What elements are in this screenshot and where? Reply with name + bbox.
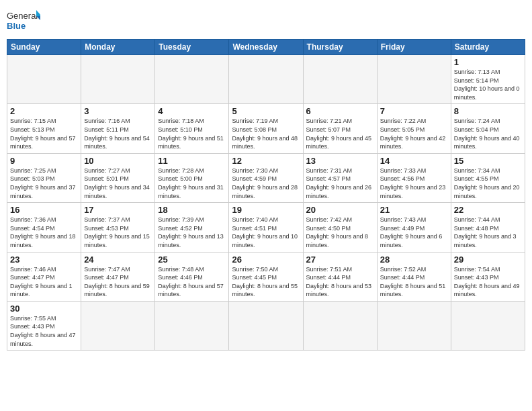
calendar-week-0: 1Sunrise: 7:13 AM Sunset: 5:14 PM Daylig… <box>7 55 525 104</box>
day-number: 26 <box>232 255 300 265</box>
calendar-cell: 10Sunrise: 7:27 AM Sunset: 5:01 PM Dayli… <box>81 153 155 202</box>
calendar-cell: 18Sunrise: 7:39 AM Sunset: 4:52 PM Dayli… <box>155 203 229 252</box>
day-number: 25 <box>158 255 226 265</box>
day-number: 9 <box>10 156 78 166</box>
calendar-cell: 24Sunrise: 7:47 AM Sunset: 4:47 PM Dayli… <box>81 252 155 301</box>
calendar-header-thursday: Thursday <box>303 40 377 55</box>
calendar-cell: 21Sunrise: 7:43 AM Sunset: 4:49 PM Dayli… <box>377 203 451 252</box>
day-info: Sunrise: 7:42 AM Sunset: 4:50 PM Dayligh… <box>306 216 374 249</box>
day-info: Sunrise: 7:52 AM Sunset: 4:44 PM Dayligh… <box>380 265 448 299</box>
day-number: 27 <box>306 255 374 265</box>
calendar-week-3: 16Sunrise: 7:36 AM Sunset: 4:54 PM Dayli… <box>7 203 525 252</box>
svg-marker-2 <box>36 10 40 16</box>
calendar-cell: 17Sunrise: 7:37 AM Sunset: 4:53 PM Dayli… <box>81 203 155 252</box>
page: General Blue SundayMondayTuesdayWednesda… <box>0 0 532 411</box>
svg-text:General: General <box>7 11 38 21</box>
calendar-week-1: 2Sunrise: 7:15 AM Sunset: 5:13 PM Daylig… <box>7 104 525 153</box>
calendar-week-5: 30Sunrise: 7:55 AM Sunset: 4:43 PM Dayli… <box>7 301 525 350</box>
day-number: 23 <box>10 255 78 265</box>
calendar-cell <box>303 55 377 104</box>
calendar-cell: 14Sunrise: 7:33 AM Sunset: 4:56 PM Dayli… <box>377 153 451 202</box>
calendar-cell: 25Sunrise: 7:48 AM Sunset: 4:46 PM Dayli… <box>155 252 229 301</box>
day-info: Sunrise: 7:24 AM Sunset: 5:04 PM Dayligh… <box>454 117 522 150</box>
calendar-cell: 4Sunrise: 7:18 AM Sunset: 5:10 PM Daylig… <box>155 104 229 153</box>
logo: General Blue <box>7 7 40 35</box>
calendar-cell <box>303 301 377 350</box>
day-info: Sunrise: 7:47 AM Sunset: 4:47 PM Dayligh… <box>84 265 152 299</box>
day-info: Sunrise: 7:48 AM Sunset: 4:46 PM Dayligh… <box>158 265 226 299</box>
day-number: 8 <box>454 106 522 116</box>
svg-text:Blue: Blue <box>7 21 26 31</box>
day-number: 5 <box>232 106 300 116</box>
day-info: Sunrise: 7:51 AM Sunset: 4:44 PM Dayligh… <box>306 265 374 299</box>
calendar-cell: 9Sunrise: 7:25 AM Sunset: 5:03 PM Daylig… <box>7 153 81 202</box>
day-info: Sunrise: 7:28 AM Sunset: 5:00 PM Dayligh… <box>158 167 226 200</box>
calendar-cell: 1Sunrise: 7:13 AM Sunset: 5:14 PM Daylig… <box>451 55 525 104</box>
calendar-cell <box>377 301 451 350</box>
calendar-header-saturday: Saturday <box>451 40 525 55</box>
day-info: Sunrise: 7:25 AM Sunset: 5:03 PM Dayligh… <box>10 167 78 200</box>
calendar: SundayMondayTuesdayWednesdayThursdayFrid… <box>7 39 525 351</box>
day-info: Sunrise: 7:22 AM Sunset: 5:05 PM Dayligh… <box>380 117 448 150</box>
day-info: Sunrise: 7:54 AM Sunset: 4:43 PM Dayligh… <box>454 265 522 299</box>
day-info: Sunrise: 7:34 AM Sunset: 4:55 PM Dayligh… <box>454 167 522 200</box>
calendar-cell: 22Sunrise: 7:44 AM Sunset: 4:48 PM Dayli… <box>451 203 525 252</box>
calendar-cell: 23Sunrise: 7:46 AM Sunset: 4:47 PM Dayli… <box>7 252 81 301</box>
calendar-cell: 6Sunrise: 7:21 AM Sunset: 5:07 PM Daylig… <box>303 104 377 153</box>
calendar-cell: 19Sunrise: 7:40 AM Sunset: 4:51 PM Dayli… <box>229 203 303 252</box>
calendar-header-tuesday: Tuesday <box>155 40 229 55</box>
day-info: Sunrise: 7:39 AM Sunset: 4:52 PM Dayligh… <box>158 216 226 249</box>
day-info: Sunrise: 7:27 AM Sunset: 5:01 PM Dayligh… <box>84 167 152 200</box>
logo-icon: General Blue <box>7 7 40 35</box>
day-info: Sunrise: 7:36 AM Sunset: 4:54 PM Dayligh… <box>10 216 78 249</box>
day-info: Sunrise: 7:18 AM Sunset: 5:10 PM Dayligh… <box>158 117 226 150</box>
calendar-cell: 8Sunrise: 7:24 AM Sunset: 5:04 PM Daylig… <box>451 104 525 153</box>
header: General Blue <box>7 7 525 35</box>
calendar-cell: 12Sunrise: 7:30 AM Sunset: 4:59 PM Dayli… <box>229 153 303 202</box>
calendar-week-2: 9Sunrise: 7:25 AM Sunset: 5:03 PM Daylig… <box>7 153 525 202</box>
day-info: Sunrise: 7:13 AM Sunset: 5:14 PM Dayligh… <box>454 68 522 101</box>
day-number: 15 <box>454 156 522 166</box>
calendar-cell <box>81 55 155 104</box>
calendar-cell: 13Sunrise: 7:31 AM Sunset: 4:57 PM Dayli… <box>303 153 377 202</box>
day-number: 17 <box>84 205 152 215</box>
day-number: 14 <box>380 156 448 166</box>
calendar-cell: 2Sunrise: 7:15 AM Sunset: 5:13 PM Daylig… <box>7 104 81 153</box>
day-info: Sunrise: 7:40 AM Sunset: 4:51 PM Dayligh… <box>232 216 300 249</box>
calendar-cell: 3Sunrise: 7:16 AM Sunset: 5:11 PM Daylig… <box>81 104 155 153</box>
day-info: Sunrise: 7:55 AM Sunset: 4:43 PM Dayligh… <box>10 314 78 348</box>
calendar-cell <box>81 301 155 350</box>
calendar-cell <box>155 301 229 350</box>
day-number: 6 <box>306 106 374 116</box>
day-number: 10 <box>84 156 152 166</box>
calendar-cell: 29Sunrise: 7:54 AM Sunset: 4:43 PM Dayli… <box>451 252 525 301</box>
day-info: Sunrise: 7:43 AM Sunset: 4:49 PM Dayligh… <box>380 216 448 249</box>
day-info: Sunrise: 7:21 AM Sunset: 5:07 PM Dayligh… <box>306 117 374 150</box>
day-number: 1 <box>454 57 522 67</box>
day-number: 20 <box>306 205 374 215</box>
calendar-cell: 11Sunrise: 7:28 AM Sunset: 5:00 PM Dayli… <box>155 153 229 202</box>
calendar-cell: 16Sunrise: 7:36 AM Sunset: 4:54 PM Dayli… <box>7 203 81 252</box>
day-info: Sunrise: 7:19 AM Sunset: 5:08 PM Dayligh… <box>232 117 300 150</box>
day-number: 29 <box>454 255 522 265</box>
day-number: 21 <box>380 205 448 215</box>
calendar-cell <box>229 301 303 350</box>
calendar-cell <box>229 55 303 104</box>
day-number: 2 <box>10 106 78 116</box>
day-info: Sunrise: 7:37 AM Sunset: 4:53 PM Dayligh… <box>84 216 152 249</box>
calendar-cell: 5Sunrise: 7:19 AM Sunset: 5:08 PM Daylig… <box>229 104 303 153</box>
day-number: 4 <box>158 106 226 116</box>
day-number: 22 <box>454 205 522 215</box>
calendar-cell: 30Sunrise: 7:55 AM Sunset: 4:43 PM Dayli… <box>7 301 81 350</box>
day-number: 16 <box>10 205 78 215</box>
day-number: 18 <box>158 205 226 215</box>
calendar-header-row: SundayMondayTuesdayWednesdayThursdayFrid… <box>7 40 525 55</box>
calendar-cell <box>155 55 229 104</box>
calendar-cell <box>377 55 451 104</box>
day-number: 3 <box>84 106 152 116</box>
day-info: Sunrise: 7:30 AM Sunset: 4:59 PM Dayligh… <box>232 167 300 200</box>
calendar-cell: 27Sunrise: 7:51 AM Sunset: 4:44 PM Dayli… <box>303 252 377 301</box>
calendar-header-monday: Monday <box>81 40 155 55</box>
calendar-header-wednesday: Wednesday <box>229 40 303 55</box>
day-number: 7 <box>380 106 448 116</box>
